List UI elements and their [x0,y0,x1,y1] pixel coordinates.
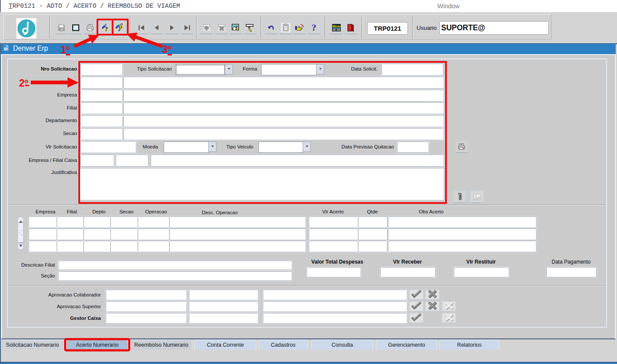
svg-text:Menu: Menu [332,24,341,28]
svg-text:?: ? [312,23,317,32]
